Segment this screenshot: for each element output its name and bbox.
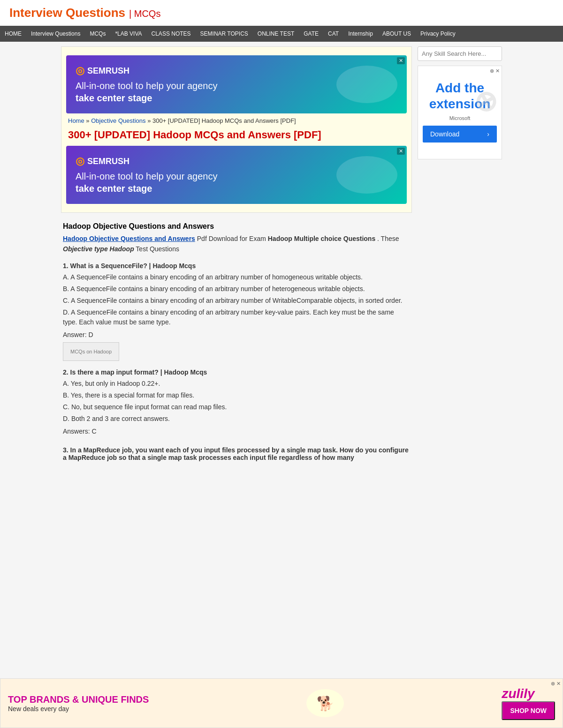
- intro-link[interactable]: Hadoop Objective Questions and Answers: [63, 235, 195, 242]
- mcq-image: MCQs on Hadoop: [63, 342, 119, 361]
- navigation: HOMEInterview QuestionsMCQs*LAB VIVACLAS…: [0, 26, 563, 42]
- nav-item-interview-questions[interactable]: Interview Questions: [26, 26, 85, 42]
- option-1a: A. A SequenceFile contains a binary enco…: [63, 272, 410, 282]
- add-extension-text: Add the extension: [426, 80, 493, 112]
- ad-tagline-1: All-in-one tool to help your agencytake …: [76, 80, 217, 104]
- nav-item-home[interactable]: HOME: [0, 26, 26, 42]
- option-2b: B. Yes, there is a special format for ma…: [63, 390, 410, 400]
- option-1b: B. A SequenceFile contains a binary enco…: [63, 284, 410, 294]
- sidebar-ad: ⊗ ✕ ⊕ Add the extension Microsoft Downlo…: [418, 66, 502, 159]
- breadcrumb-home[interactable]: Home: [68, 117, 84, 124]
- sidebar: ⊗ ✕ ⊕ Add the extension Microsoft Downlo…: [418, 46, 502, 466]
- ad-brand-name-2: SEMRUSH: [87, 157, 129, 166]
- download-label: Download: [430, 130, 459, 138]
- ad-close-button-1[interactable]: ✕: [397, 57, 405, 64]
- nav-item-class-notes[interactable]: CLASS NOTES: [147, 26, 196, 42]
- ad-brand-1: ◎ SEMRUSH: [76, 65, 217, 77]
- page-heading: 300+ [UPDATED] Hadoop MCQs and Answers […: [68, 129, 405, 141]
- ad-tagline-2: All-in-one tool to help your agencytake …: [76, 170, 217, 195]
- ad-brand-name-1: SEMRUSH: [87, 66, 129, 76]
- option-2c: C. No, but sequence file input format ca…: [63, 402, 410, 412]
- ad-figure-2: [336, 156, 397, 194]
- download-button[interactable]: Download ›: [423, 126, 497, 143]
- question-2: 2. Is there a map input format? | Hadoop…: [63, 368, 410, 376]
- intro-end: . These: [377, 235, 399, 242]
- content-box: ✕ ◎ SEMRUSH All-in-one tool to help your…: [61, 46, 412, 213]
- question-1: 1. What is a SequenceFile? | Hadoop Mcqs: [63, 262, 410, 270]
- intro-italic-end: Test Questions: [136, 245, 179, 253]
- answer-1: Answer: D: [63, 331, 410, 338]
- option-2d: D. Both 2 and 3 are correct answers.: [63, 414, 410, 424]
- article-section-title: Hadoop Objective Questions and Answers: [63, 222, 410, 231]
- option-1d: D. A SequenceFile contains a binary enco…: [63, 308, 410, 327]
- download-arrow-icon: ›: [487, 130, 489, 138]
- article-intro: Hadoop Objective Questions and Answers P…: [63, 233, 410, 255]
- ad-text-2: ◎ SEMRUSH All-in-one tool to help your a…: [76, 155, 217, 195]
- nav-item-cat[interactable]: CAT: [323, 26, 343, 42]
- nav-item-gate[interactable]: GATE: [299, 26, 323, 42]
- intro-italic: Objective type Hadoop: [63, 245, 134, 253]
- question-3-wrapper: 3. In a MapReduce job, you want each of …: [63, 446, 410, 461]
- nav-item-privacy-policy[interactable]: Privacy Policy: [416, 26, 460, 42]
- breadcrumb-current: 300+ [UPDATED] Hadoop MCQs and Answers […: [152, 117, 296, 124]
- ad-brand-2: ◎ SEMRUSH: [76, 155, 217, 167]
- site-subtitle: | MCQs: [129, 8, 160, 19]
- intro-text-1: Pdf Download for Exam: [197, 235, 268, 242]
- ad-text-1: ◎ SEMRUSH All-in-one tool to help your a…: [76, 65, 217, 104]
- nav-item-internship[interactable]: Internship: [343, 26, 378, 42]
- ad-figure-1: [336, 66, 397, 103]
- site-header: Interview Questions | MCQs: [0, 0, 563, 26]
- question-3: 3. In a MapReduce job, you want each of …: [63, 446, 410, 461]
- nav-item-seminar-topics[interactable]: SEMINAR TOPICS: [196, 26, 253, 42]
- ad-close-button-2[interactable]: ✕: [397, 148, 405, 155]
- intro-bold: Hadoop Multiple choice Questions: [268, 235, 375, 242]
- ad-banner-2: ✕ ◎ SEMRUSH All-in-one tool to help your…: [66, 146, 407, 204]
- breadcrumb-sep-1: »: [86, 117, 91, 124]
- semrush-icon: ◎: [76, 65, 84, 77]
- answer-2: Answers: C: [63, 428, 410, 435]
- nav-item-about-us[interactable]: ABOUT US: [378, 26, 416, 42]
- sidebar-ad-close[interactable]: ⊗ ✕: [490, 68, 500, 74]
- microsoft-label: Microsoft: [423, 115, 497, 121]
- nav-item-online-test[interactable]: ONLINE TEST: [253, 26, 299, 42]
- nav-item-mcqs[interactable]: MCQs: [85, 26, 110, 42]
- option-1c: C. A SequenceFile contains a binary enco…: [63, 296, 410, 306]
- breadcrumb-sep-2: »: [147, 117, 152, 124]
- ad-banner-1: ✕ ◎ SEMRUSH All-in-one tool to help your…: [66, 55, 407, 113]
- main-content: ✕ ◎ SEMRUSH All-in-one tool to help your…: [61, 46, 412, 466]
- breadcrumb-section[interactable]: Objective Questions: [91, 117, 145, 124]
- search-input[interactable]: [418, 46, 502, 61]
- site-title[interactable]: Interview Questions: [9, 6, 125, 20]
- article-body: Hadoop Objective Questions and Answers H…: [61, 213, 412, 466]
- breadcrumb: Home » Objective Questions » 300+ [UPDAT…: [68, 117, 405, 124]
- semrush-icon-2: ◎: [76, 155, 84, 167]
- option-2a: A. Yes, but only in Hadoop 0.22+.: [63, 379, 410, 389]
- nav-item--lab-viva[interactable]: *LAB VIVA: [110, 26, 146, 42]
